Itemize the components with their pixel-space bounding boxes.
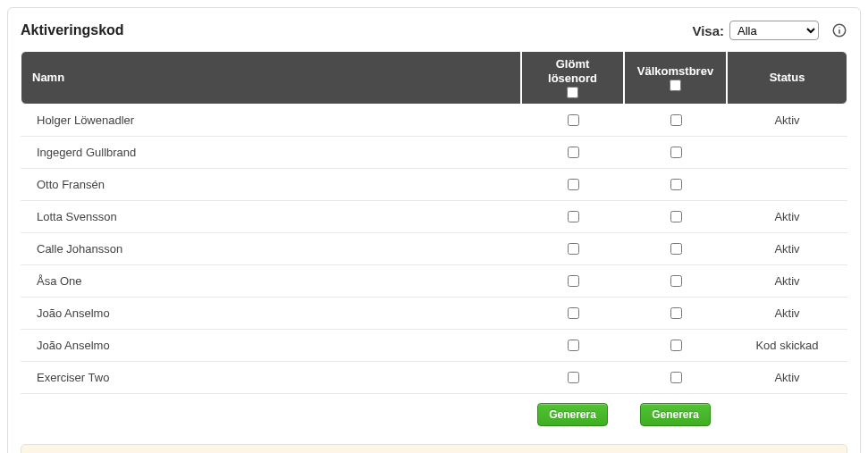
welcome-letter-checkbox[interactable] (670, 147, 682, 158)
generate-welcome-letter-button[interactable]: Generera (640, 403, 711, 426)
cell-status (727, 169, 847, 201)
cell-name: Ingegerd Gullbrand (21, 137, 521, 169)
welcome-letter-checkbox[interactable] (670, 211, 682, 222)
forgot-password-checkbox[interactable] (568, 179, 579, 190)
welcome-letter-checkbox[interactable] (670, 372, 682, 383)
table-footer-row: Generera Generera (21, 394, 847, 432)
cell-forgot-password (521, 330, 624, 362)
forgot-password-checkbox[interactable] (568, 372, 579, 383)
welcome-letter-checkbox[interactable] (670, 340, 682, 351)
cell-welcome-letter (624, 201, 727, 233)
cell-name: João Anselmo (21, 330, 521, 362)
cell-status: Aktiv (727, 105, 847, 137)
table-header-row: Namn Glömt lösenord Välkomstbrev Status (21, 51, 847, 105)
cell-forgot-password (521, 265, 624, 298)
table-row: Lotta SvenssonAktiv (21, 201, 847, 233)
cell-name: Åsa One (21, 265, 521, 298)
forgot-password-checkbox[interactable] (568, 340, 579, 351)
visa-select[interactable]: Alla (729, 21, 819, 40)
table-row: Calle JohanssonAktiv (21, 233, 847, 265)
col-header-welcome-letter-label: Välkomstbrev (637, 64, 713, 79)
table-row: João AnselmoKod skickad (21, 330, 847, 362)
welcome-letter-checkbox[interactable] (670, 275, 682, 287)
cell-name: Holger Löwenadler (21, 105, 521, 137)
cell-welcome-letter (624, 265, 727, 298)
forgot-password-checkbox[interactable] (568, 275, 579, 287)
col-header-status: Status (727, 51, 847, 105)
cell-welcome-letter (624, 298, 727, 330)
forgot-password-checkbox[interactable] (568, 114, 579, 126)
cell-forgot-password (521, 298, 624, 330)
table-row: Holger LöwenadlerAktiv (21, 105, 847, 137)
col-header-forgot-password: Glömt lösenord (521, 51, 624, 105)
cell-status: Aktiv (727, 233, 847, 265)
warning-alert: Observera! Trycker du generera kommer an… (21, 444, 847, 453)
page-title: Aktiveringskod (21, 22, 124, 38)
col-header-name: Namn (21, 51, 521, 105)
cell-forgot-password (521, 169, 624, 201)
cell-welcome-letter (624, 362, 727, 394)
svg-point-2 (839, 27, 839, 28)
table-row: Otto Fransén (21, 169, 847, 201)
cell-status: Aktiv (727, 362, 847, 394)
col-header-forgot-password-label: Glömt lösenord (531, 57, 614, 85)
cell-status: Kod skickad (727, 330, 847, 362)
cell-welcome-letter (624, 137, 727, 169)
cell-welcome-letter (624, 105, 727, 137)
generate-forgot-password-button[interactable]: Generera (537, 403, 608, 426)
cell-welcome-letter (624, 330, 727, 362)
col-header-welcome-letter: Välkomstbrev (624, 51, 727, 105)
cell-name: Lotta Svensson (21, 201, 521, 233)
forgot-password-checkbox[interactable] (568, 243, 579, 255)
cell-welcome-letter (624, 169, 727, 201)
cell-status: Aktiv (727, 298, 847, 330)
forgot-password-select-all-checkbox[interactable] (567, 87, 578, 98)
panel-header: Aktiveringskod Visa: Alla (21, 21, 847, 40)
cell-forgot-password (521, 105, 624, 137)
cell-name: João Anselmo (21, 298, 521, 330)
visa-label: Visa: (692, 23, 724, 38)
info-icon[interactable] (831, 22, 847, 38)
cell-welcome-letter (624, 233, 727, 265)
cell-name: Exerciser Two (21, 362, 521, 394)
cell-name: Calle Johansson (21, 233, 521, 265)
welcome-letter-checkbox[interactable] (670, 179, 682, 190)
forgot-password-checkbox[interactable] (568, 147, 579, 158)
activation-code-panel: Aktiveringskod Visa: Alla Namn Glömt lös… (7, 7, 861, 453)
users-table: Namn Glömt lösenord Välkomstbrev Status … (21, 51, 847, 432)
welcome-letter-checkbox[interactable] (670, 114, 682, 126)
table-row: João AnselmoAktiv (21, 298, 847, 330)
cell-forgot-password (521, 201, 624, 233)
cell-status (727, 137, 847, 169)
cell-name: Otto Fransén (21, 169, 521, 201)
cell-status: Aktiv (727, 201, 847, 233)
welcome-letter-checkbox[interactable] (670, 307, 682, 319)
forgot-password-checkbox[interactable] (568, 211, 579, 222)
cell-status: Aktiv (727, 265, 847, 298)
table-row: Ingegerd Gullbrand (21, 137, 847, 169)
welcome-letter-select-all-checkbox[interactable] (670, 80, 681, 91)
table-row: Exerciser TwoAktiv (21, 362, 847, 394)
welcome-letter-checkbox[interactable] (670, 243, 682, 255)
table-row: Åsa OneAktiv (21, 265, 847, 298)
cell-forgot-password (521, 137, 624, 169)
forgot-password-checkbox[interactable] (568, 307, 579, 319)
cell-forgot-password (521, 233, 624, 265)
cell-forgot-password (521, 362, 624, 394)
